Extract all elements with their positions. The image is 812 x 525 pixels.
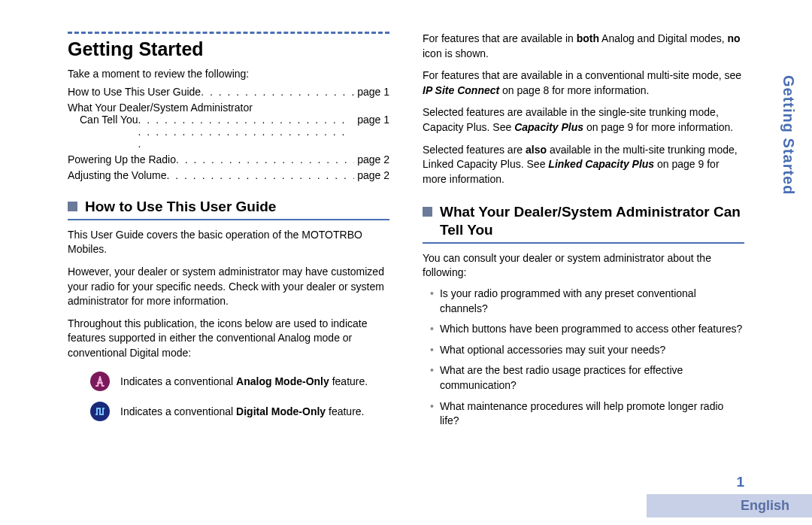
section-heading: How to Use This User Guide — [85, 198, 276, 216]
icon-row: Indicates a conventional Analog Mode-Onl… — [90, 372, 389, 391]
body-text: Selected features are also available in … — [423, 143, 744, 187]
toc-label: What Your Dealer/System Administrator — [68, 102, 389, 114]
toc-label: How to Use This User Guide — [68, 86, 201, 98]
bullet-icon: • — [430, 399, 434, 429]
language-tab: English — [647, 494, 812, 517]
toc-page: page 2 — [354, 169, 389, 181]
toc-row: Powering Up the Radio page 2 — [68, 153, 389, 165]
page-title: Getting Started — [68, 38, 389, 60]
body-text: For features that are available in both … — [423, 32, 744, 61]
intro-text: Take a moment to review the following: — [68, 68, 389, 80]
toc-label: Adjusting the Volume — [68, 169, 167, 181]
section-heading-wrap: How to Use This User Guide — [68, 198, 389, 220]
square-bullet-icon — [423, 207, 432, 217]
digital-mode-icon — [90, 402, 110, 421]
right-column: For features that are available in both … — [423, 32, 744, 435]
list-item: •What optional accessories may suit your… — [430, 343, 744, 358]
bullet-icon: • — [430, 363, 434, 393]
body-text: This User Guide covers the basic operati… — [68, 228, 389, 257]
square-bullet-icon — [68, 202, 77, 211]
list-item: •Which buttons have been programmed to a… — [430, 322, 744, 337]
section-heading: What Your Dealer/System Administrator Ca… — [440, 203, 744, 239]
toc-dots — [201, 86, 354, 98]
left-column: Getting Started Take a moment to review … — [68, 32, 389, 435]
list-item: •What are the best radio usage practices… — [430, 363, 744, 393]
toc-row: What Your Dealer/System Administrator Ca… — [68, 102, 389, 150]
toc-page: page 1 — [354, 114, 389, 126]
toc-label: Can Tell You — [80, 114, 138, 126]
section-heading-wrap: What Your Dealer/System Administrator Ca… — [423, 203, 744, 244]
icon-label: Indicates a conventional Analog Mode-Onl… — [120, 375, 368, 387]
toc-label: Powering Up the Radio — [68, 153, 176, 165]
body-text: However, your dealer or system administr… — [68, 265, 389, 309]
bullet-list: •Is your radio programmed with any prese… — [423, 287, 744, 429]
icon-legend: Indicates a conventional Analog Mode-Onl… — [68, 372, 389, 421]
analog-mode-icon — [90, 372, 110, 391]
body-text: For features that are available in a con… — [423, 68, 744, 98]
toc-dots — [138, 114, 355, 150]
bullet-icon: • — [430, 287, 434, 316]
body-text: Throughout this publication, the icons b… — [68, 317, 389, 361]
body-text: Selected features are available in the s… — [423, 105, 744, 135]
side-tab-label: Getting Started — [780, 75, 797, 195]
dashed-rule — [68, 32, 389, 34]
list-item: •What maintenance procedures will help p… — [430, 399, 744, 429]
list-item: •Is your radio programmed with any prese… — [430, 287, 744, 316]
bullet-icon: • — [430, 343, 434, 358]
toc-page: page 2 — [354, 153, 389, 165]
toc-dots — [167, 169, 355, 181]
icon-row: Indicates a conventional Digital Mode-On… — [90, 402, 389, 421]
toc-page: page 1 — [354, 86, 389, 98]
toc-row: How to Use This User Guide page 1 — [68, 86, 389, 98]
body-text: You can consult your dealer or system ad… — [423, 251, 744, 281]
toc-dots — [176, 153, 354, 165]
toc-row: Adjusting the Volume page 2 — [68, 169, 389, 181]
page-number: 1 — [736, 474, 744, 490]
icon-label: Indicates a conventional Digital Mode-On… — [120, 405, 364, 417]
page-content: Getting Started Take a moment to review … — [0, 0, 812, 450]
bullet-icon: • — [430, 322, 434, 337]
